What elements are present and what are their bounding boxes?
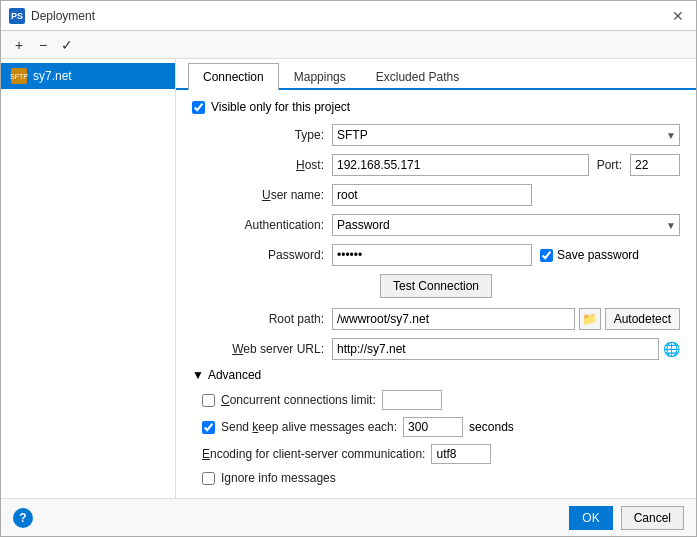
port-input[interactable] — [630, 154, 680, 176]
advanced-section: ▼ Advanced Concurrent connections limit:… — [192, 368, 680, 485]
username-control — [332, 184, 680, 206]
title-bar-left: PS Deployment — [9, 8, 95, 24]
sftp-icon: SFTP — [11, 68, 27, 84]
tab-excluded-paths[interactable]: Excluded Paths — [361, 63, 474, 90]
sidebar-item-sy7net[interactable]: SFTP sy7.net — [1, 63, 175, 89]
save-password-row: Save password — [540, 248, 639, 262]
root-path-input[interactable] — [332, 308, 575, 330]
tab-mappings[interactable]: Mappings — [279, 63, 361, 90]
auth-select-wrapper: Password Key pair OpenSSH config and aut… — [332, 214, 680, 236]
web-url-input[interactable] — [332, 338, 659, 360]
auth-label: Authentication: — [192, 218, 332, 232]
deployment-dialog: PS Deployment ✕ + − ✓ SFTP sy7.net Conne… — [0, 0, 697, 537]
save-password-checkbox[interactable] — [540, 249, 553, 262]
sidebar: SFTP sy7.net — [1, 59, 176, 498]
visible-checkbox[interactable] — [192, 101, 205, 114]
concurrent-input[interactable] — [382, 390, 442, 410]
auth-row: Authentication: Password Key pair OpenSS… — [192, 214, 680, 236]
root-path-control: 📁 Autodetect — [332, 308, 680, 330]
username-label: User name: — [192, 188, 332, 202]
collapse-icon: ▼ — [192, 368, 204, 382]
password-row: Password: Save password — [192, 244, 680, 266]
type-select-wrapper: SFTP FTP FTPS Local or mounted folder ▼ — [332, 124, 680, 146]
visible-label: Visible only for this project — [211, 100, 350, 114]
concurrent-label: Concurrent connections limit: — [221, 393, 376, 407]
tab-connection[interactable]: Connection — [188, 63, 279, 90]
concurrent-row: Concurrent connections limit: — [192, 390, 680, 410]
footer-right: OK Cancel — [569, 506, 684, 530]
visible-checkbox-row: Visible only for this project — [192, 100, 680, 114]
port-label: Port: — [597, 158, 622, 172]
type-select[interactable]: SFTP FTP FTPS Local or mounted folder — [332, 124, 680, 146]
main-content: SFTP sy7.net Connection Mappings Exclude… — [1, 59, 696, 498]
autodetect-button[interactable]: Autodetect — [605, 308, 680, 330]
auth-control: Password Key pair OpenSSH config and aut… — [332, 214, 680, 236]
footer-left: ? — [13, 508, 33, 528]
web-url-inner: 🌐 — [332, 338, 680, 360]
form-area: Visible only for this project Type: SFTP… — [176, 90, 696, 498]
keepalive-row: Send keep alive messages each: seconds — [192, 417, 680, 437]
password-input[interactable] — [332, 244, 532, 266]
password-inner-row: Save password — [332, 244, 680, 266]
remove-button[interactable]: − — [33, 35, 53, 55]
check-button[interactable]: ✓ — [57, 35, 77, 55]
help-button[interactable]: ? — [13, 508, 33, 528]
web-url-control: 🌐 — [332, 338, 680, 360]
window-title: Deployment — [31, 9, 95, 23]
right-panel: Connection Mappings Excluded Paths Visib… — [176, 59, 696, 498]
web-url-row: 域名 Web server URL: 🌐 — [192, 338, 680, 360]
keepalive-checkbox[interactable] — [202, 421, 215, 434]
folder-browse-button[interactable]: 📁 — [579, 308, 601, 330]
encoding-input[interactable] — [431, 444, 491, 464]
root-path-row: 虚拟机中的项目根目录 Root path: 📁 Autodetect — [192, 308, 680, 330]
username-input[interactable] — [332, 184, 532, 206]
advanced-header[interactable]: ▼ Advanced — [192, 368, 680, 382]
save-password-label: Save password — [557, 248, 639, 262]
type-label: Type: — [192, 128, 332, 142]
type-control: SFTP FTP FTPS Local or mounted folder ▼ — [332, 124, 680, 146]
concurrent-checkbox[interactable] — [202, 394, 215, 407]
title-bar: PS Deployment ✕ — [1, 1, 696, 31]
ignore-checkbox[interactable] — [202, 472, 215, 485]
host-label: Host: — [192, 158, 332, 172]
encoding-label: Encoding for client-server communication… — [202, 447, 425, 461]
footer: ? OK Cancel — [1, 498, 696, 536]
root-path-inner: 📁 Autodetect — [332, 308, 680, 330]
tab-bar: Connection Mappings Excluded Paths — [176, 63, 696, 90]
password-control: Save password — [332, 244, 680, 266]
username-row: User name: — [192, 184, 680, 206]
host-control: Port: — [332, 154, 680, 176]
host-input[interactable] — [332, 154, 589, 176]
web-url-label: Web server URL: — [192, 342, 332, 356]
password-label: Password: — [192, 248, 332, 262]
close-button[interactable]: ✕ — [668, 6, 688, 26]
app-icon: PS — [9, 8, 25, 24]
root-path-label: Root path: — [192, 312, 332, 326]
cancel-button[interactable]: Cancel — [621, 506, 684, 530]
keepalive-input[interactable] — [403, 417, 463, 437]
encoding-row: Encoding for client-server communication… — [192, 444, 680, 464]
keepalive-suffix: seconds — [469, 420, 514, 434]
ok-button[interactable]: OK — [569, 506, 612, 530]
keepalive-label: Send keep alive messages each: — [221, 420, 397, 434]
add-button[interactable]: + — [9, 35, 29, 55]
sidebar-item-label: sy7.net — [33, 69, 72, 83]
toolbar: + − ✓ — [1, 31, 696, 59]
host-row: Host: Port: — [192, 154, 680, 176]
test-connection-row: Test Connection — [192, 274, 680, 298]
auth-select[interactable]: Password Key pair OpenSSH config and aut… — [332, 214, 680, 236]
globe-icon: 🌐 — [663, 341, 680, 357]
test-connection-button[interactable]: Test Connection — [380, 274, 492, 298]
type-row: Type: SFTP FTP FTPS Local or mounted fol… — [192, 124, 680, 146]
ignore-label: Ignore info messages — [221, 471, 336, 485]
advanced-label: Advanced — [208, 368, 261, 382]
ignore-row: Ignore info messages — [192, 471, 680, 485]
